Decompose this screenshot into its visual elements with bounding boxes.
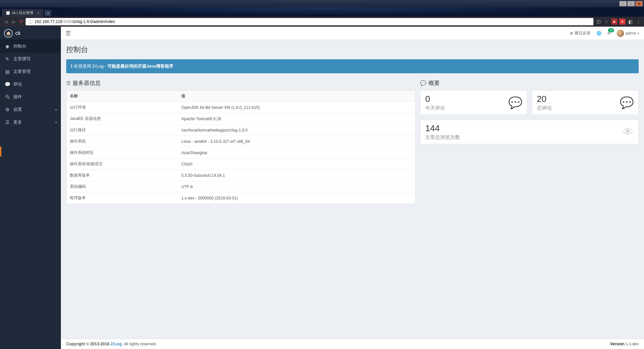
sidebar-item-dashboard[interactable]: ◉控制台 [0,40,61,53]
user-name: admin [625,31,636,36]
table-row: 运行环境OpenJDK 64-Bit Server VM (1.8.0_111-… [67,102,415,113]
stat-label: 总评论 [537,105,552,111]
summary-header: 💬 概要 [420,79,639,87]
sidebar-item-plug[interactable]: 🔌插件 [0,91,61,103]
row-key: 操作系统时区 [67,147,178,159]
row-key: 运行环境 [67,102,178,113]
sidebar-item-label: 更多 [13,119,22,125]
row-key: JavaEE 容器信息 [67,113,178,125]
brand[interactable]: 🏠 ck [0,27,61,40]
row-key: 程序版本 [67,192,178,204]
alert-text: 欢迎使用 ZrLog - [74,64,107,69]
row-key: 数据库版本 [67,170,178,181]
back-button[interactable]: ◀ [3,18,9,25]
sidebar-item-label: 文章管理 [13,69,31,75]
server-info-table: 名称 值 运行环境OpenJDK 64-Bit Server VM (1.8.0… [66,90,415,204]
feedback-link[interactable]: ⊕ 建议反馈 [570,30,590,36]
edit-icon: ✎ [5,56,10,62]
os-minimize-button[interactable]: – [619,1,627,6]
table-row: 程序版本1.x-dev - 0000000 (2018-03-01) [67,192,415,204]
row-value: /usr/local/tomcat/webapps/zrlog-1.9.0 [178,125,415,136]
os-close-button[interactable]: ✕ [635,1,643,6]
user-menu[interactable]: admin▾ [617,30,639,37]
globe-button[interactable]: 🌐 [596,31,601,36]
globe-icon: 🌐 [596,31,601,36]
pdf-extension-icon[interactable]: A [619,19,625,25]
sidebar-item-label: 文章撰写 [13,56,31,62]
welcome-alert: ℹ 欢迎使用 ZrLog - 可能是最好用的开源Java博客程序 [66,59,639,73]
sidebar-toggle-button[interactable]: ☰ [66,30,71,37]
stat-label: 文章总浏览次数 [425,134,460,141]
url-host: 192.168.77.128 [35,19,62,24]
stat-number: 144 [425,123,460,134]
info-icon: ℹ [71,64,74,69]
row-value: Linux - amd64 - 3.10.0-327.el7.x86_64 [178,136,415,147]
site-info-icon[interactable]: i [28,20,33,24]
plug-icon: 🔌 [5,94,10,100]
sidebar-item-label: 评论 [13,81,22,87]
cogs-icon: ⚙ [5,107,10,112]
tab-favicon [6,11,10,15]
list-icon: ▤ [5,69,10,74]
sidebar-item-more[interactable]: ☰更多▾ [0,116,61,129]
reload-button[interactable]: ⟳ [19,19,24,25]
comment-icon: 💬 [420,80,426,86]
chevron-down-icon: ▾ [55,121,57,124]
tab-title: ck | 后台管理 [12,10,33,15]
comments-icon: 💬 [5,82,10,87]
home-icon: 🏠 [4,29,13,38]
table-row: JavaEE 容器信息Apache Tomcat/8.5.28 [67,113,415,125]
row-value: UTF-8 [178,181,415,192]
list-icon: ☰ [66,80,71,86]
url-port: :8080 [62,19,72,24]
bookmark-icon[interactable]: ☆ [603,19,609,25]
stat-card[interactable]: 144文章总浏览次数👁 [420,120,639,144]
browser-tab-strip: ck | 后台管理 × + [0,7,644,17]
tab-close-icon[interactable]: × [37,11,39,15]
row-value: CN/zh [178,159,415,170]
extension-icon-1[interactable]: ▶ [611,19,617,25]
alert-strong: 可能是最好用的开源Java博客程序 [107,64,173,69]
table-row: 数据库版本5.5.50-0ubuntu0.14.04.1 [67,170,415,181]
sidebar-item-comments[interactable]: 💬评论 [0,78,61,91]
sidebar-item-cogs[interactable]: ⚙设置▾ [0,103,61,116]
sidebar-item-label: 设置 [13,107,22,113]
th-name: 名称 [67,91,178,102]
copyright-suffix: . All rights reserved. [122,342,157,346]
new-tab-button[interactable]: + [45,10,51,16]
sidebar-item-label: 控制台 [13,43,26,49]
stat-card[interactable]: 20总评论💬 [532,90,639,115]
feedback-label: 建议反馈 [574,30,590,36]
sidebar: 🏠 ck ◉控制台✎文章撰写▤文章管理💬评论🔌插件⚙设置▾☰更多▾ [0,27,61,349]
more-icon: ☰ [5,120,10,125]
topbar: ☰ ⊕ 建议反馈 🌐 ✉ 20 admin▾ [61,27,644,40]
url-bar[interactable]: i 192.168.77.128:8080/zrlog-1.9.0/admin/… [26,18,593,25]
key-icon[interactable]: ⚿ [595,19,601,25]
row-value: 1.x-dev - 0000000 (2018-03-01) [178,192,415,204]
table-row: 系统编码UTF-8 [67,181,415,192]
sidebar-item-edit[interactable]: ✎文章撰写 [0,53,61,65]
notifications-button[interactable]: ✉ 20 [607,31,611,36]
comment-icon: 💬 [508,96,522,109]
version-label: Version [610,342,626,346]
row-value: 5.5.50-0ubuntu0.14.04.1 [178,170,415,181]
sidebar-item-list[interactable]: ▤文章管理 [0,65,61,78]
copyright-prefix: Copyright © 2013-2018 [66,342,110,346]
page-title: 控制台 [66,45,639,55]
stat-card[interactable]: 0今天评论💬 [420,90,527,115]
browser-toolbar: ◀ ▶ ⟳ i 192.168.77.128:8080/zrlog-1.9.0/… [0,17,644,27]
browser-menu-icon[interactable]: ⋮ [635,19,641,25]
extension-icon-2[interactable]: ◧ [627,19,633,25]
notification-badge: 20 [608,28,614,32]
browser-tab-active[interactable]: ck | 后台管理 × [2,9,43,17]
row-key: 系统编码 [67,181,178,192]
eye-icon: 👁 [622,126,634,139]
zrlog-link[interactable]: ZrLog [110,342,122,346]
os-maximize-button[interactable]: □ [627,1,635,6]
edge-marker [0,147,1,157]
os-titlebar: – □ ✕ [0,0,644,7]
stat-label: 今天评论 [425,105,445,111]
forward-button[interactable]: ▶ [11,18,17,25]
table-row: 操作系统地域/语言CN/zh [67,159,415,170]
table-row: 运行路径/usr/local/tomcat/webapps/zrlog-1.9.… [67,125,415,136]
